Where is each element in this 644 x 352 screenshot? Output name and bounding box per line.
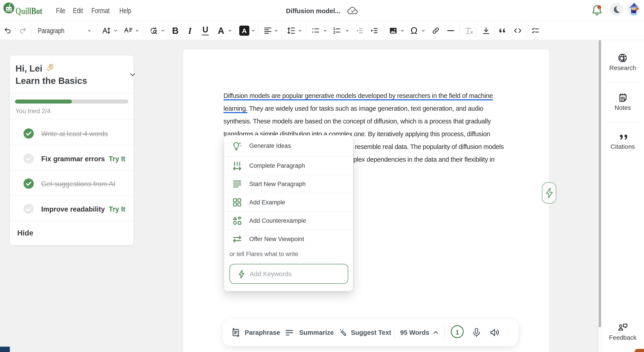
svg-text:1: 1 xyxy=(333,27,335,31)
svg-text:2: 2 xyxy=(333,31,335,34)
